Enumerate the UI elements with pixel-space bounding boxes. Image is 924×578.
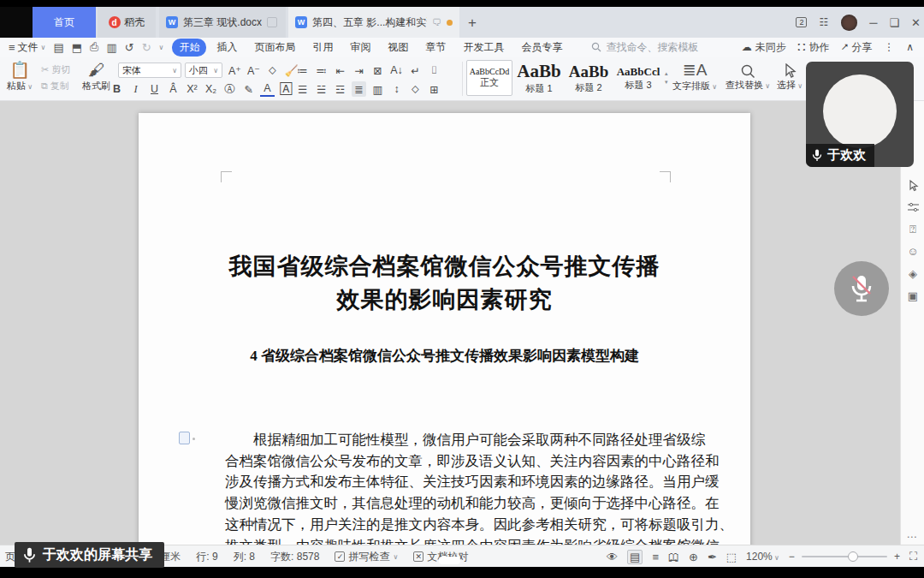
share-button[interactable]: ⭧ 分享 <box>841 40 872 55</box>
align-left-icon[interactable]: ☰ <box>295 81 310 97</box>
ribbon-tab-home[interactable]: 开始 <box>172 39 206 57</box>
decrease-font-icon[interactable]: A⁻ <box>246 63 261 78</box>
show-marks-icon[interactable]: ↵ <box>408 63 423 78</box>
increase-font-icon[interactable]: A⁺ <box>228 63 242 78</box>
sticker-icon[interactable]: ☺ <box>901 245 924 258</box>
ribbon-tab-section[interactable]: 章节 <box>418 39 453 57</box>
shading-icon[interactable]: ⬦ <box>408 81 423 97</box>
align-center-icon[interactable]: ☱ <box>314 81 329 97</box>
more-history-chevron-icon[interactable]: ∨ <box>159 44 164 51</box>
font-color-button[interactable]: A <box>260 81 275 97</box>
ribbon-tab-page-layout[interactable]: 页面布局 <box>247 39 302 57</box>
print-icon[interactable]: ⎙ <box>90 40 98 54</box>
scroll-down-icon[interactable]: ▾ <box>665 79 668 86</box>
sort-icon[interactable]: A↓ <box>389 63 404 78</box>
zoom-track[interactable] <box>802 556 887 557</box>
decrease-indent-icon[interactable]: ⇤ <box>333 63 347 78</box>
ribbon-tab-references[interactable]: 引用 <box>305 39 340 57</box>
account-avatar[interactable] <box>841 15 857 31</box>
sync-status[interactable]: ☁ 未同步 <box>742 40 786 55</box>
select-button[interactable]: 选择 ∨ <box>777 61 803 92</box>
zoom-out-icon[interactable]: − <box>789 551 795 563</box>
zoom-thumb[interactable] <box>848 551 858 562</box>
undo-icon[interactable]: ↺ <box>125 41 134 54</box>
highlight-color-icon[interactable]: ✎ <box>241 81 256 97</box>
screen-share-banner[interactable]: 于欢欢的屏幕共享 <box>15 542 164 568</box>
fit-page-icon[interactable]: ⬚ <box>726 551 737 563</box>
ribbon-tab-member[interactable]: 会员专享 <box>514 39 569 57</box>
save-icon[interactable]: ▤ <box>53 41 63 54</box>
collapse-ribbon-icon[interactable]: ∧ <box>906 41 914 53</box>
rail-more-icon[interactable]: ⋯ <box>900 531 924 543</box>
document-tab-1[interactable]: W 第三章 现状.docx <box>159 7 286 38</box>
file-menu[interactable]: ≡ 文件 ∨ <box>9 40 45 55</box>
tab-home[interactable]: 首页 <box>33 7 96 38</box>
find-replace-button[interactable]: 查找替换 ∨ <box>726 61 770 92</box>
spellcheck-toggle[interactable]: ✓ 拼写检查 ∨ <box>335 550 398 564</box>
scroll-up-icon[interactable]: ▴ <box>665 70 668 77</box>
zoom-value[interactable]: 120% ∨ <box>746 551 779 563</box>
word-count[interactable]: 字数: 8578 <box>270 550 319 564</box>
ribbon-tab-review[interactable]: 审阅 <box>343 39 377 57</box>
font-size-select[interactable]: 小四 ∨ <box>185 63 222 78</box>
print-preview-icon[interactable]: ▥ <box>106 41 116 54</box>
drag-handle[interactable] <box>439 557 460 564</box>
align-right-icon[interactable]: ☲ <box>333 81 347 97</box>
ribbon-tab-view[interactable]: 视图 <box>381 39 415 57</box>
copy-button[interactable]: ⧉ 复制 <box>41 80 70 92</box>
italic-button[interactable]: I <box>128 81 143 97</box>
bullet-list-icon[interactable]: ≔ <box>295 63 310 78</box>
style-heading3[interactable]: AaBbCcl 标题 3 <box>615 60 661 96</box>
style-heading2[interactable]: AaBb 标题 2 <box>566 60 612 96</box>
tab-docer[interactable]: d 稻壳 <box>98 7 156 38</box>
style-gallery-scroll[interactable]: ▴ ▾ <box>665 70 668 86</box>
ribbon-tab-insert[interactable]: 插入 <box>210 39 244 57</box>
page-view-icon[interactable]: ▤ <box>627 550 643 564</box>
window-switch-icon[interactable]: 2 <box>796 17 807 27</box>
mic-mute-button[interactable] <box>834 261 889 316</box>
more-menu-icon[interactable]: ⋮ <box>884 41 894 53</box>
webcam-overlay[interactable]: 于欢欢 <box>806 62 914 167</box>
minimize-button[interactable]: ─ <box>869 16 877 29</box>
zoom-in-icon[interactable]: + <box>894 551 900 563</box>
enclosed-char-icon[interactable]: Ⓐ <box>222 81 237 97</box>
apps-grid-icon[interactable]: ☷ <box>819 16 829 28</box>
subscript-button[interactable]: X₂ <box>204 81 218 97</box>
badge-icon[interactable]: ◈ <box>901 267 924 280</box>
character-scale-icon[interactable]: Â <box>166 81 181 97</box>
outline-view-icon[interactable]: ≡ <box>652 551 659 563</box>
help-icon[interactable]: ⍰ <box>901 223 924 236</box>
pointer-tool-icon[interactable] <box>901 180 924 192</box>
font-name-select[interactable]: 宋体 ∨ <box>118 63 181 78</box>
document-tab-2-active[interactable]: W 第四、五章 影...构建和实证分析 🗨 <box>288 7 459 38</box>
redo-icon[interactable]: ↻ <box>142 41 151 54</box>
restore-button[interactable]: ❏ <box>889 16 899 29</box>
increase-indent-icon[interactable]: ⇥ <box>352 63 366 78</box>
text-frame-icon[interactable]: ⌷ <box>427 63 441 78</box>
bold-button[interactable]: B <box>110 81 124 97</box>
text-layout-button[interactable]: ≣A 文字排版 ∨ <box>672 61 717 92</box>
format-painter-button[interactable]: 🖌 格式刷 <box>82 61 110 92</box>
collaborate-button[interactable]: ⛚ 协作 <box>798 40 830 55</box>
style-heading1[interactable]: AaBb 标题 1 <box>516 60 562 96</box>
numbered-list-icon[interactable]: ≕ <box>314 63 329 78</box>
text-direction-icon[interactable]: ⊠ <box>370 63 385 78</box>
cut-button[interactable]: ✂ 剪切 <box>41 63 70 76</box>
fullscreen-icon[interactable]: ⛶ <box>909 550 917 563</box>
screen-capture-icon[interactable]: ▣ <box>901 289 924 302</box>
justify-icon[interactable]: ≣ <box>352 81 366 97</box>
char-border-icon[interactable]: 🄰 <box>279 81 293 97</box>
command-search[interactable]: 查找命令、搜索模板 <box>591 40 698 55</box>
paragraph-hint-icon[interactable] <box>179 432 190 444</box>
new-tab-button[interactable]: + <box>463 14 482 33</box>
clear-format-icon[interactable]: ⬦ <box>265 63 280 78</box>
tab-close-icon[interactable] <box>267 17 277 27</box>
underline-button[interactable]: U <box>147 81 162 97</box>
superscript-button[interactable]: X² <box>185 81 199 97</box>
distribute-icon[interactable]: ▥ <box>370 81 385 97</box>
eye-protect-icon[interactable]: 👁 <box>607 551 618 563</box>
style-normal[interactable]: AaBbCcDd 正文 <box>466 60 512 96</box>
annotate-pen-icon[interactable]: ✒ <box>708 551 717 563</box>
line-spacing-icon[interactable]: ↕︎ <box>389 81 404 97</box>
close-button[interactable]: ✕ <box>911 16 921 29</box>
